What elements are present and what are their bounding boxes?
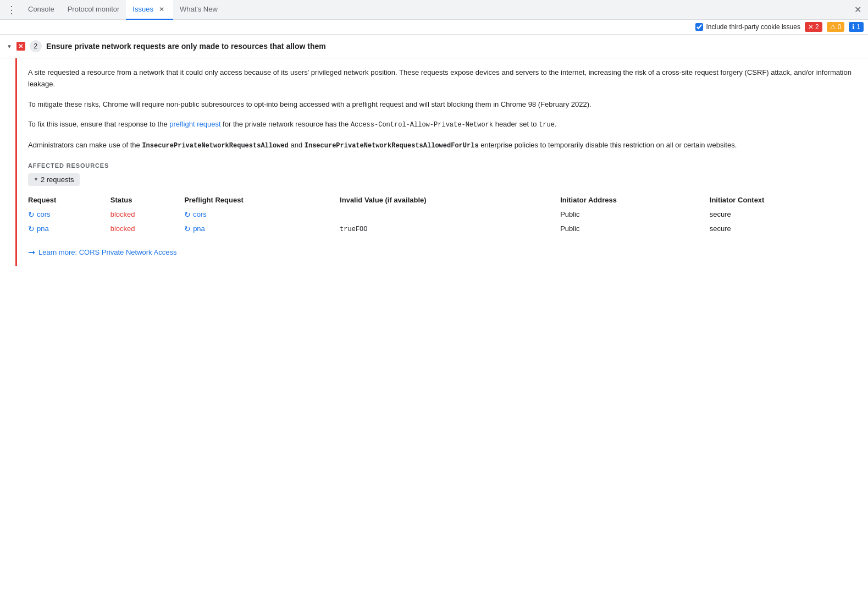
issue-body: A site requested a resource from a netwo…	[0, 58, 868, 266]
issues-toolbar: Include third-party cookie issues ✕ 2 ⚠ …	[0, 20, 868, 35]
table-row: ↻ corsblocked↻ corsPublicsecure	[28, 207, 855, 222]
th-initiator-context: Initiator Context	[710, 193, 855, 207]
th-preflight-request: Preflight Request	[184, 193, 340, 207]
tab-whats-new[interactable]: What's New	[173, 0, 224, 20]
tab-issues-close-icon[interactable]: ✕	[157, 5, 167, 14]
th-invalid-value: Invalid Value (if available)	[340, 193, 560, 207]
third-party-cookie-text: Include third-party cookie issues	[706, 23, 800, 31]
td-status: blocked	[110, 222, 184, 236]
p4-code1: InsecurePrivateNetworkRequestsAllowed	[142, 142, 288, 150]
issue-header[interactable]: ▼ ✕ 2 Ensure private network requests ar…	[0, 35, 868, 58]
third-party-cookie-checkbox[interactable]	[695, 23, 703, 31]
tab-whats-new-label: What's New	[180, 5, 218, 13]
request-icon: ↻	[28, 210, 35, 219]
preflight-icon: ↻	[184, 210, 191, 219]
issue-count-badge: 2	[30, 40, 42, 52]
tab-bar: ⋮ Console Protocol monitor Issues ✕ What…	[0, 0, 868, 20]
p3-text-code2: header set to	[493, 120, 539, 128]
error-badge: ✕ 2	[805, 22, 822, 32]
p3-text-after-link: for the private network resource has the	[221, 120, 351, 128]
th-initiator-address: Initiator Address	[560, 193, 710, 207]
issue-paragraph-2: To mitigate these risks, Chrome will req…	[28, 99, 855, 111]
info-badge-count: 1	[856, 23, 860, 31]
td-initiator-address: Public	[560, 207, 710, 222]
p4-after: enterprise policies to temporarily disab…	[479, 141, 737, 149]
td-invalid-value: trueFOO	[340, 222, 560, 236]
p3-text-before-link: To fix this issue, ensure that response …	[28, 120, 169, 128]
request-icon: ↻	[28, 224, 35, 233]
devtools-close-button[interactable]: ✕	[848, 4, 868, 15]
issue-collapse-chevron[interactable]: ▼	[7, 43, 12, 50]
preflight-request-link[interactable]: preflight request	[169, 120, 220, 128]
learn-more-link[interactable]: Learn more: CORS Private Network Access	[38, 248, 176, 256]
issue-paragraph-3: To fix this issue, ensure that response …	[28, 119, 855, 130]
learn-more-section: ➞ Learn more: CORS Private Network Acces…	[28, 247, 855, 257]
td-invalid-value	[340, 207, 560, 222]
p4-text-before: Administrators can make use of the	[28, 141, 142, 149]
td-preflight-request: ↻ pna	[184, 222, 340, 236]
issue-paragraph-4: Administrators can make use of the Insec…	[28, 140, 855, 151]
issues-main-content: ▼ ✕ 2 Ensure private network requests ar…	[0, 35, 868, 601]
requests-table: Request Status Preflight Request Invalid…	[28, 193, 855, 236]
close-icon: ✕	[854, 4, 861, 15]
warning-badge-count: 0	[838, 23, 842, 31]
table-row: ↻ pnablocked↻ pnatrueFOOPublicsecure	[28, 222, 855, 236]
td-request: ↻ pna	[28, 222, 110, 236]
affected-resources-section: AFFECTED RESOURCES ▼ 2 requests Request …	[28, 162, 855, 236]
td-initiator-context: secure	[710, 222, 855, 236]
issue-content: A site requested a resource from a netwo…	[17, 58, 868, 266]
td-initiator-context: secure	[710, 207, 855, 222]
warning-badge-icon: ⚠	[830, 23, 836, 31]
issue-error-icon: ✕	[16, 42, 25, 51]
request-link[interactable]: ↻ pna	[28, 224, 104, 233]
error-badge-count: 2	[815, 23, 819, 31]
requests-toggle-label: 2 requests	[41, 175, 74, 184]
warning-badge: ⚠ 0	[827, 22, 845, 32]
td-initiator-address: Public	[560, 222, 710, 236]
tab-console-label: Console	[28, 5, 54, 13]
info-badge-icon: ℹ	[852, 23, 855, 31]
learn-more-arrow-icon: ➞	[28, 247, 35, 257]
preflight-icon: ↻	[184, 224, 191, 233]
affected-resources-label: AFFECTED RESOURCES	[28, 162, 855, 169]
devtools-menu-button[interactable]: ⋮	[2, 4, 21, 16]
p3-code3: true	[539, 121, 555, 129]
p4-middle: and	[289, 141, 305, 149]
dots-icon: ⋮	[7, 4, 17, 16]
issue-paragraph-1: A site requested a resource from a netwo…	[28, 67, 855, 90]
th-request: Request	[28, 193, 110, 207]
td-request: ↻ cors	[28, 207, 110, 222]
tab-console[interactable]: Console	[21, 0, 61, 20]
p3-code1: Access-Control-Allow-Private-Network	[351, 121, 493, 129]
td-preflight-request: ↻ cors	[184, 207, 340, 222]
tab-protocol-monitor-label: Protocol monitor	[68, 5, 120, 13]
info-badge: ℹ 1	[849, 22, 864, 32]
tab-issues-label: Issues	[132, 5, 153, 13]
tab-protocol-monitor[interactable]: Protocol monitor	[61, 0, 126, 20]
issue-title: Ensure private network requests are only…	[46, 42, 326, 51]
p3-end: .	[555, 120, 557, 128]
requests-chevron-icon: ▼	[34, 177, 38, 182]
requests-toggle[interactable]: ▼ 2 requests	[28, 173, 80, 186]
table-header-row: Request Status Preflight Request Invalid…	[28, 193, 855, 207]
error-badge-icon: ✕	[808, 23, 814, 31]
tab-issues[interactable]: Issues ✕	[126, 0, 173, 20]
preflight-link[interactable]: ↻ pna	[184, 224, 333, 233]
third-party-cookie-label[interactable]: Include third-party cookie issues	[695, 23, 800, 31]
request-link[interactable]: ↻ cors	[28, 210, 104, 219]
th-status: Status	[110, 193, 184, 207]
p4-code2: InsecurePrivateNetworkRequestsAllowedFor…	[305, 142, 479, 150]
td-status: blocked	[110, 207, 184, 222]
preflight-link[interactable]: ↻ cors	[184, 210, 333, 219]
